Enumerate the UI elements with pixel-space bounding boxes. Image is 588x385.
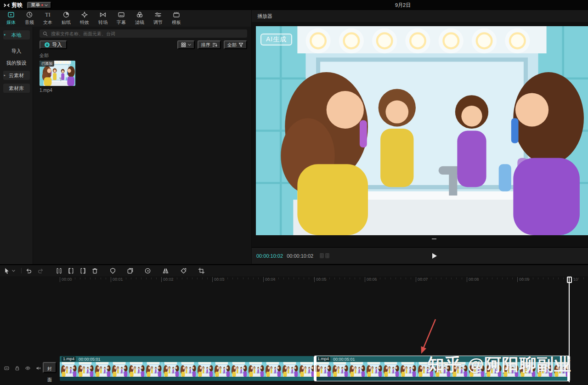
mirror-icon[interactable] bbox=[162, 267, 169, 274]
media-tabbar: 媒体 音频 TI 文本 贴纸 特效 转场 字幕 滤镜 bbox=[0, 10, 251, 27]
capcut-logo-icon bbox=[4, 2, 10, 8]
redo-icon[interactable] bbox=[37, 267, 44, 274]
sidebar-item-cloud[interactable]: ▸ 云素材 bbox=[3, 71, 30, 80]
undo-icon[interactable] bbox=[25, 267, 32, 274]
tab-captions[interactable]: 字幕 bbox=[112, 11, 130, 26]
select-tool-icon[interactable] bbox=[4, 267, 11, 274]
tab-media[interactable]: 媒体 bbox=[2, 11, 20, 26]
sidebar-item-library[interactable]: 素材库 bbox=[3, 84, 30, 93]
grid-view-icon bbox=[181, 42, 186, 47]
ruler-label: 00:01 bbox=[111, 277, 123, 282]
clip-trim-handle-left[interactable] bbox=[314, 356, 317, 381]
timeline-ruler[interactable]: 00:00 00:01 00:02 00:03 00:04 00:05 00:0… bbox=[0, 276, 588, 283]
search-bar[interactable] bbox=[40, 29, 247, 38]
clip-footer bbox=[314, 377, 570, 381]
ruler-label: 00:07 bbox=[416, 277, 428, 282]
reverse-icon[interactable] bbox=[144, 267, 151, 274]
sort-button[interactable]: 排序 bbox=[198, 40, 221, 49]
filter-button[interactable]: 全部 bbox=[224, 40, 247, 49]
tab-adjust[interactable]: 调节 bbox=[149, 11, 167, 26]
play-button[interactable] bbox=[432, 253, 437, 259]
tab-templates[interactable]: 模板 bbox=[167, 11, 186, 26]
media-item-name: 1.mp4 bbox=[40, 88, 52, 93]
media-content: 导入 排序 全部 全部 bbox=[34, 27, 251, 264]
crop-icon[interactable] bbox=[198, 267, 205, 274]
sort-icon bbox=[212, 42, 217, 47]
tab-filters[interactable]: 滤镜 bbox=[130, 11, 149, 26]
menu-label: 菜单 bbox=[31, 2, 40, 8]
search-icon bbox=[43, 31, 48, 36]
media-item-thumbnail[interactable]: 已添加 bbox=[40, 61, 75, 86]
filters-tab-icon bbox=[136, 11, 143, 18]
timeline-toolbar bbox=[0, 265, 588, 276]
sticker-tab-icon bbox=[62, 11, 70, 18]
chevron-down-icon bbox=[188, 44, 191, 46]
section-label-all: 全部 bbox=[40, 52, 49, 59]
import-icon bbox=[45, 42, 50, 47]
ruler-label: 00:00 bbox=[60, 277, 72, 282]
cover-button[interactable]: 封面 bbox=[43, 362, 57, 373]
total-duration: 00:00:10:02 bbox=[287, 253, 313, 259]
tab-audio[interactable]: 音频 bbox=[20, 11, 39, 26]
hide-track-icon[interactable] bbox=[25, 365, 31, 371]
lock-icon[interactable] bbox=[14, 365, 20, 371]
menu-button[interactable]: 菜单 bbox=[27, 2, 51, 9]
ruler-label: 00:09 bbox=[517, 277, 530, 282]
sidebar-item-local[interactable]: ▾ 本地 bbox=[3, 30, 30, 40]
toolbar-divider bbox=[21, 268, 22, 273]
player-panel: 播放器 AI生成 00:00:10:02 00:00:10: bbox=[252, 10, 588, 264]
import-button[interactable]: 导入 bbox=[40, 40, 67, 49]
ai-generated-badge: AI生成 bbox=[260, 34, 292, 45]
overlay-icon[interactable] bbox=[127, 267, 134, 274]
timeline-clip-1[interactable]: 1.mp4 00:00:05:01 bbox=[60, 356, 314, 381]
tab-text[interactable]: TI 文本 bbox=[39, 11, 57, 26]
view-mode-button[interactable] bbox=[177, 40, 195, 49]
select-dropdown-icon[interactable] bbox=[12, 270, 15, 272]
split-icon[interactable] bbox=[56, 267, 62, 274]
preview-resize-handle[interactable] bbox=[432, 238, 436, 239]
player-settings-icon[interactable] bbox=[320, 253, 329, 258]
project-date: 9月2日 bbox=[395, 2, 411, 9]
search-input[interactable] bbox=[50, 31, 244, 37]
svg-text:TI: TI bbox=[45, 11, 50, 18]
freeze-frame-icon[interactable] bbox=[109, 267, 116, 274]
captions-tab-icon bbox=[118, 11, 125, 18]
clip-name-badge: 1.mp4 bbox=[316, 357, 330, 362]
clip-footer bbox=[60, 377, 314, 381]
audio-tab-icon bbox=[26, 11, 33, 18]
templates-tab-icon bbox=[173, 11, 180, 18]
chevron-down-icon bbox=[45, 4, 48, 6]
video-preview[interactable]: AI生成 bbox=[256, 26, 588, 235]
clip-name-badge: 1.mp4 bbox=[62, 357, 76, 362]
effects-tab-icon bbox=[81, 11, 88, 18]
playhead-handle[interactable] bbox=[567, 277, 572, 283]
clip-duration: 00:00:05:01 bbox=[333, 357, 355, 362]
main-track-icon[interactable] bbox=[4, 365, 10, 371]
split-delete-left-icon[interactable] bbox=[68, 267, 74, 274]
clip-duration: 00:00:05:01 bbox=[79, 357, 101, 362]
tab-transitions[interactable]: 转场 bbox=[94, 11, 112, 26]
ruler-label: 10 bbox=[572, 277, 578, 282]
media-sidebar: ▾ 本地 导入 我的预设 ▸ 云素材 素材库 bbox=[0, 27, 33, 264]
capcut-window: 剪映 菜单 9月2日 媒体 音频 TI 文本 贴纸 bbox=[0, 0, 588, 385]
media-panel: ▾ 本地 导入 我的预设 ▸ 云素材 素材库 bbox=[0, 27, 251, 264]
ruler-label: 00:04 bbox=[263, 277, 276, 282]
app-logo: 剪映 bbox=[4, 1, 23, 9]
timeline-panel: 00:00 00:01 00:02 00:03 00:04 00:05 00:0… bbox=[0, 264, 588, 385]
notification-dot bbox=[41, 4, 43, 6]
tab-sticker[interactable]: 贴纸 bbox=[57, 11, 75, 26]
ruler-label: 00:02 bbox=[161, 277, 174, 282]
transitions-tab-icon bbox=[99, 11, 107, 18]
media-tab-icon bbox=[7, 11, 15, 18]
delete-icon[interactable] bbox=[91, 267, 98, 274]
tab-effects[interactable]: 特效 bbox=[75, 11, 94, 26]
mute-track-icon[interactable] bbox=[35, 365, 41, 371]
player-title: 播放器 bbox=[252, 10, 588, 22]
app-name: 剪映 bbox=[11, 1, 23, 9]
topbar: 剪映 菜单 9月2日 bbox=[0, 0, 588, 10]
zhihu-watermark: 知乎 @阿阳聊副业 bbox=[427, 353, 571, 376]
split-delete-right-icon[interactable] bbox=[79, 267, 86, 274]
rotate-icon[interactable] bbox=[180, 267, 187, 274]
sidebar-item-import[interactable]: 导入 bbox=[3, 46, 30, 56]
sidebar-item-presets[interactable]: 我的预设 bbox=[3, 58, 30, 68]
